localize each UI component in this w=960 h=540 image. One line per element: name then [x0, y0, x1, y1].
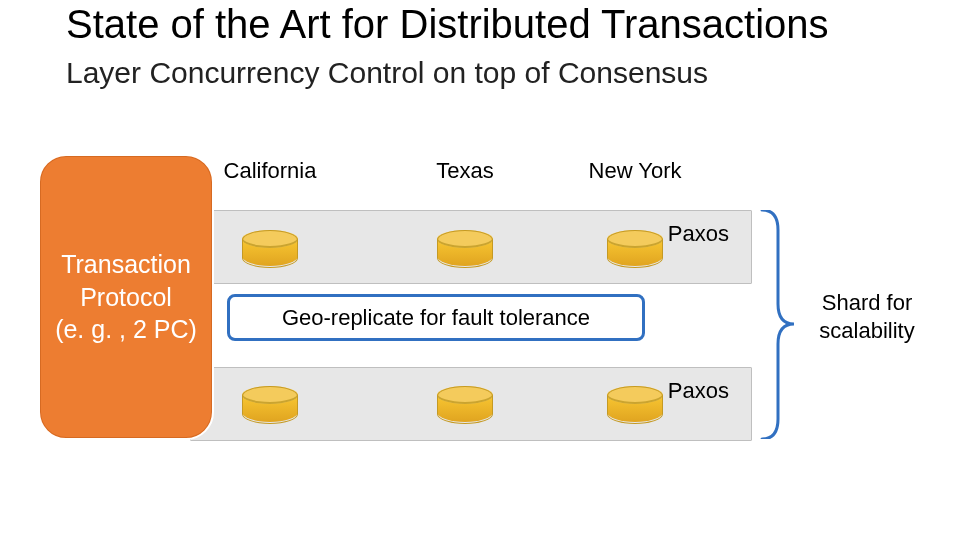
database-icon: [437, 388, 493, 426]
brace-icon: [760, 210, 794, 439]
geo-replicate-callout: Geo-replicate for fault tolerance: [227, 294, 645, 341]
database-icon: [437, 232, 493, 270]
geo-replicate-label: Geo-replicate for fault tolerance: [282, 305, 590, 331]
paxos-label-2: Paxos: [668, 378, 729, 404]
shard-label: Shard for scalability: [804, 289, 930, 344]
transaction-protocol-box: Transaction Protocol (e. g. , 2 PC): [38, 154, 214, 440]
region-label-1: Texas: [436, 158, 493, 184]
database-icon: [242, 388, 298, 426]
slide-title: State of the Art for Distributed Transac…: [66, 2, 829, 47]
database-icon: [242, 232, 298, 270]
database-icon: [607, 232, 663, 270]
region-label-0: California: [224, 158, 317, 184]
transaction-protocol-label: Transaction Protocol (e. g. , 2 PC): [50, 248, 202, 346]
region-label-2: New York: [589, 158, 682, 184]
database-icon: [607, 388, 663, 426]
paxos-label-1: Paxos: [668, 221, 729, 247]
slide-subtitle: Layer Concurrency Control on top of Cons…: [66, 56, 708, 90]
